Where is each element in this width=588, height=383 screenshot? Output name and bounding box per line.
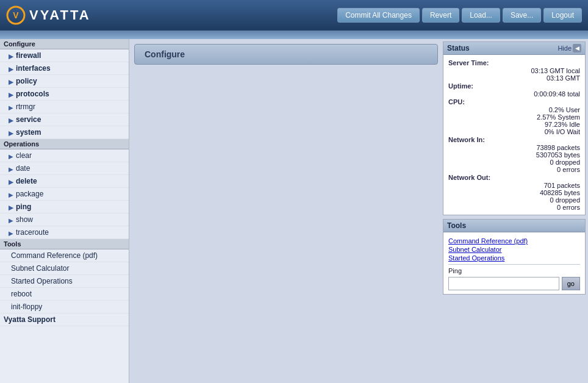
ping-go-button[interactable]: go <box>562 277 580 290</box>
sidebar-item-system[interactable]: ▶ system <box>0 126 129 139</box>
sidebar-item-label: rtrmgr <box>16 102 35 111</box>
save-button[interactable]: Save... <box>503 8 541 23</box>
configure-banner: Configure <box>134 44 438 65</box>
sidebar-item-support[interactable]: Vyatta Support <box>0 313 129 326</box>
sidebar-item-traceroute[interactable]: ▶ traceroute <box>0 226 129 239</box>
topbar-buttons: Commit All Changes Revert Load... Save..… <box>337 8 582 23</box>
network-in-bytes: 5307053 bytes <box>448 151 580 159</box>
hide-icon: ◀ <box>573 44 581 52</box>
arrow-icon: ▶ <box>9 79 13 84</box>
tools-panel-title: Tools <box>447 221 466 230</box>
svg-text:V: V <box>13 10 19 20</box>
sidebar-item-label: Vyatta Support <box>4 315 56 324</box>
arrow-icon: ▶ <box>9 204 13 209</box>
operations-section-header: Operations <box>0 139 129 149</box>
sidebar-item-protocols[interactable]: ▶ protocols <box>0 88 129 101</box>
arrow-icon: ▶ <box>9 130 13 135</box>
network-out-bytes: 408285 bytes <box>448 189 580 196</box>
sidebar-item-label: traceroute <box>16 228 49 237</box>
sidebar-item-command-ref[interactable]: Command Reference (pdf) <box>0 249 129 262</box>
arrow-icon: ▶ <box>9 91 13 96</box>
status-row-uptime: Uptime: <box>448 82 580 90</box>
arrow-icon: ▶ <box>9 192 13 196</box>
network-out-label: Network Out: <box>448 174 490 181</box>
arrow-icon: ▶ <box>9 166 13 171</box>
sidebar-item-label: protocols <box>16 90 49 98</box>
command-ref-link[interactable]: Command Reference (pdf) <box>448 237 580 245</box>
sidebar-item-subnet-calc[interactable]: Subnet Calculator <box>0 262 129 275</box>
uptime-value: 0:00:09:48 total <box>448 90 580 98</box>
sidebar-item-label: show <box>16 215 33 224</box>
logo-text: VYATTA <box>29 7 91 23</box>
started-ops-link[interactable]: Started Operations <box>448 254 580 262</box>
status-row-network-in: Network In: <box>448 136 580 143</box>
cpu-iowait: 0% I/O Wait <box>448 128 580 135</box>
cpu-system: 2.57% System <box>448 113 580 121</box>
logout-button[interactable]: Logout <box>543 8 582 23</box>
sidebar-item-ping[interactable]: ▶ ping <box>0 201 129 213</box>
ping-label: Ping <box>448 267 580 274</box>
hide-button[interactable]: Hide ◀ <box>558 44 581 52</box>
status-row-server-time-label: Server Time: <box>448 59 580 66</box>
sidebar-item-label: interfaces <box>16 64 51 73</box>
main-content: Configure <box>129 39 443 383</box>
network-out-dropped: 0 dropped <box>448 196 580 204</box>
sidebar-item-label: Subnet Calculator <box>11 264 69 273</box>
sidebar-item-clear[interactable]: ▶ clear <box>0 149 129 162</box>
sidebar-item-delete[interactable]: ▶ delete <box>0 175 129 188</box>
cpu-user: 0.2% User <box>448 106 580 113</box>
sidebar-item-interfaces[interactable]: ▶ interfaces <box>0 62 129 75</box>
sidebar-item-init-floppy[interactable]: init-floppy <box>0 301 129 313</box>
sidebar-item-show[interactable]: ▶ show <box>0 213 129 226</box>
status-row-network-out: Network Out: <box>448 174 580 181</box>
network-out-packets: 701 packets <box>448 182 580 189</box>
subnet-calc-link[interactable]: Subnet Calculator <box>448 246 580 253</box>
topbar: V VYATTA Commit All Changes Revert Load.… <box>0 0 588 30</box>
vyatta-logo-icon: V <box>6 5 26 25</box>
sidebar-item-label: ping <box>16 202 31 211</box>
status-panel-content: Server Time: 03:13 GMT local 03:13 GMT U… <box>443 55 585 215</box>
tools-section-header: Tools <box>0 239 129 249</box>
sidebar-item-policy[interactable]: ▶ policy <box>0 75 129 88</box>
arrow-icon: ▶ <box>9 66 13 71</box>
sidebar-item-rtrmgr[interactable]: ▶ rtrmgr <box>0 101 129 113</box>
network-in-dropped: 0 dropped <box>448 159 580 166</box>
configure-section-header: Configure <box>0 39 129 49</box>
sidebar-item-date[interactable]: ▶ date <box>0 162 129 175</box>
network-out-errors: 0 errors <box>448 204 580 211</box>
sidebar-item-firewall[interactable]: ▶ firewall <box>0 49 129 62</box>
server-time-gmt: 03:13 GMT <box>448 74 580 82</box>
arrow-icon: ▶ <box>9 104 13 109</box>
main-layout: Configure ▶ firewall ▶ interfaces ▶ poli… <box>0 39 588 383</box>
sidebar-item-reboot[interactable]: reboot <box>0 288 129 301</box>
status-panel: Status Hide ◀ Server Time: 03:13 GMT loc… <box>443 41 586 215</box>
sub-topbar-strip <box>0 30 588 39</box>
tools-panel: Tools Command Reference (pdf) Subnet Cal… <box>443 219 586 295</box>
sidebar-item-package[interactable]: ▶ package <box>0 188 129 201</box>
hide-label: Hide <box>558 45 572 52</box>
uptime-label: Uptime: <box>448 82 473 90</box>
sidebar-item-service[interactable]: ▶ service <box>0 113 129 126</box>
arrow-icon: ▶ <box>9 153 13 158</box>
right-panel: Status Hide ◀ Server Time: 03:13 GMT loc… <box>443 39 588 383</box>
sidebar-item-started-ops[interactable]: Started Operations <box>0 275 129 288</box>
tools-panel-content: Command Reference (pdf) Subnet Calculato… <box>443 232 585 294</box>
network-in-packets: 73898 packets <box>448 144 580 151</box>
sidebar-item-label: date <box>16 164 30 173</box>
arrow-icon: ▶ <box>9 179 13 184</box>
load-button[interactable]: Load... <box>462 8 500 23</box>
ping-input[interactable] <box>448 277 559 290</box>
sidebar-item-label: init-floppy <box>11 302 42 311</box>
cpu-idle: 97.23% Idle <box>448 121 580 128</box>
server-time-label: Server Time: <box>448 59 489 66</box>
ping-row: go <box>448 277 580 290</box>
sidebar: Configure ▶ firewall ▶ interfaces ▶ poli… <box>0 39 129 383</box>
cpu-label: CPU: <box>448 98 465 106</box>
revert-button[interactable]: Revert <box>422 8 459 23</box>
commit-button[interactable]: Commit All Changes <box>337 8 420 23</box>
network-in-errors: 0 errors <box>448 166 580 173</box>
server-time-local: 03:13 GMT local <box>448 67 580 74</box>
sidebar-item-label: clear <box>16 151 32 160</box>
arrow-icon: ▶ <box>9 230 13 235</box>
sidebar-item-label: system <box>16 128 41 137</box>
